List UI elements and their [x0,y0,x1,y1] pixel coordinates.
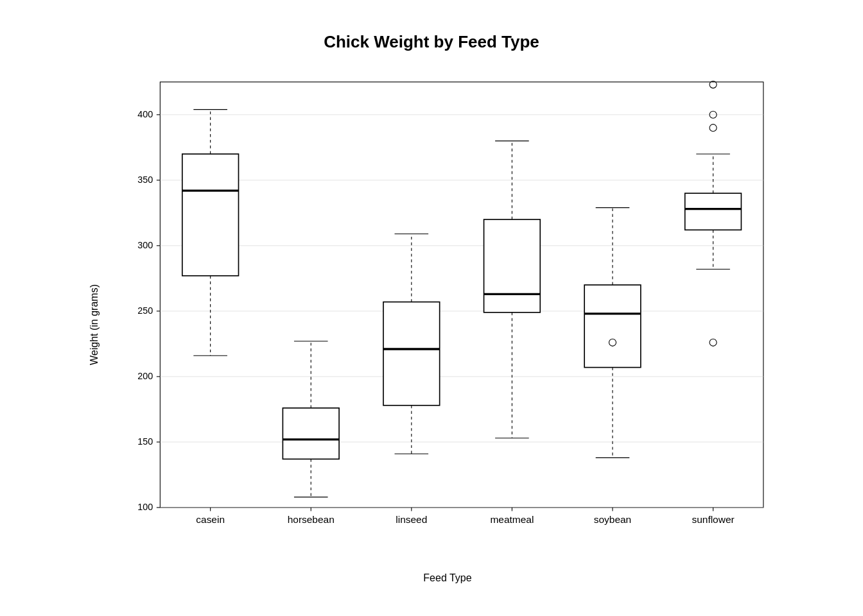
chart-title: Chick Weight by Feed Type [324,32,539,52]
svg-rect-69 [685,193,742,230]
svg-rect-50 [383,302,440,406]
svg-text:150: 150 [137,436,153,447]
svg-text:100: 100 [137,502,153,512]
svg-rect-44 [283,408,339,459]
svg-text:linseed: linseed [396,514,427,525]
svg-text:300: 300 [137,240,153,250]
x-axis-label: Feed Type [110,572,785,584]
svg-rect-62 [584,285,641,368]
svg-container: 100150200250300350400caseinhorsebeanlins… [110,65,785,567]
svg-text:horsebean: horsebean [288,514,335,525]
svg-text:250: 250 [137,305,153,316]
svg-rect-38 [182,154,239,276]
svg-text:sunflower: sunflower [692,514,734,525]
plot-wrapper: 100150200250300350400caseinhorsebeanlins… [110,65,785,584]
svg-rect-0 [160,82,763,508]
svg-text:400: 400 [137,109,153,119]
svg-text:350: 350 [137,175,153,185]
svg-text:200: 200 [137,371,153,381]
svg-text:casein: casein [196,514,225,525]
y-axis-label: Weight (in grams) [89,284,100,365]
chart-container: Chick Weight by Feed Type Weight (in gra… [78,32,785,584]
svg-text:meatmeal: meatmeal [490,514,534,525]
boxplot-svg: 100150200250300350400caseinhorsebeanlins… [110,65,785,567]
y-axis-label-container: Weight (in grams) [78,65,110,584]
svg-text:soybean: soybean [594,514,631,525]
svg-rect-56 [484,219,541,312]
chart-area: Weight (in grams) 100150200250300350400c… [78,65,785,584]
